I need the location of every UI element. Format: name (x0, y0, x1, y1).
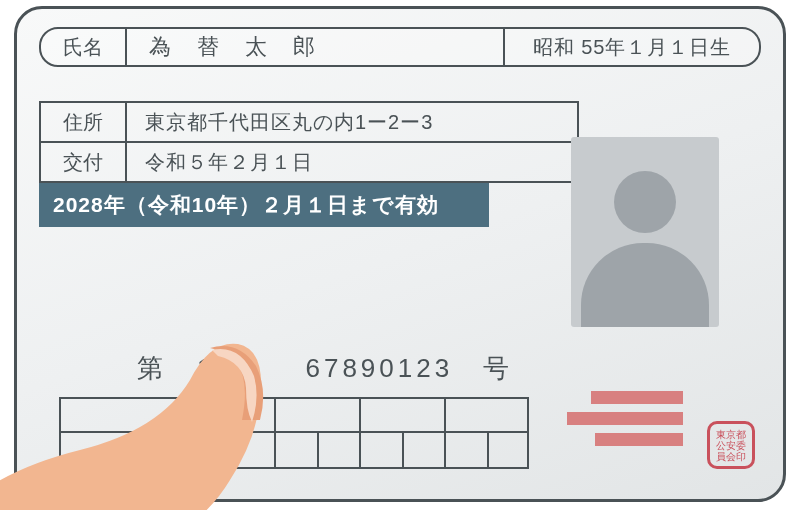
info-table: 住所 東京都千代田区丸の内1ー2ー3 交付 令和５年２月１日 (39, 101, 579, 183)
redacted-bars (591, 391, 683, 454)
id-photo (571, 137, 719, 327)
redacted-bar (591, 391, 683, 404)
category-grid (59, 397, 529, 469)
avatar-body-icon (581, 243, 709, 327)
issue-row: 交付 令和５年２月１日 (41, 143, 577, 183)
address-label: 住所 (41, 103, 127, 141)
license-number: 第 1 67890123 号 (137, 351, 513, 386)
name-value: 為 替 太 郎 (127, 29, 503, 65)
address-row: 住所 東京都千代田区丸の内1ー2ー3 (41, 103, 577, 143)
issue-value: 令和５年２月１日 (127, 143, 577, 181)
official-seal: 東京都公安委員会印 (707, 421, 755, 469)
name-row: 氏名 為 替 太 郎 昭和 55年１月１日生 (39, 27, 761, 67)
avatar-head-icon (614, 171, 676, 233)
address-value: 東京都千代田区丸の内1ー2ー3 (127, 103, 577, 141)
redacted-bar (567, 412, 683, 425)
license-card: 氏名 為 替 太 郎 昭和 55年１月１日生 住所 東京都千代田区丸の内1ー2ー… (14, 6, 786, 502)
redacted-bar (595, 433, 683, 446)
issue-label: 交付 (41, 143, 127, 181)
expiry-band: 2028年（令和10年）２月１日まで有効 (39, 183, 489, 227)
name-label: 氏名 (41, 29, 127, 65)
date-of-birth: 昭和 55年１月１日生 (503, 29, 759, 65)
